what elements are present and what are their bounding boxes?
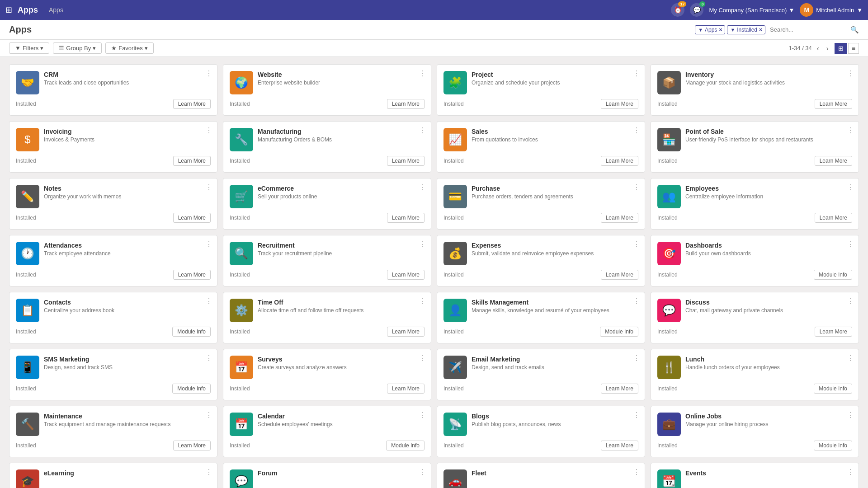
app-more-menu-employees[interactable]: ⋮: [847, 183, 854, 192]
search-button[interactable]: 🔍: [850, 26, 859, 34]
app-card-footer: Installed Learn More: [230, 156, 425, 166]
list-view-button[interactable]: ≡: [848, 43, 859, 54]
filter-installed-remove[interactable]: ×: [759, 27, 762, 33]
app-btn-notes[interactable]: Learn More: [173, 213, 211, 223]
app-more-menu-manufacturing[interactable]: ⋮: [419, 126, 426, 135]
app-more-menu-inventory[interactable]: ⋮: [847, 69, 854, 78]
app-more-menu-discuss[interactable]: ⋮: [847, 297, 854, 305]
app-info: Skills Management Manage skills, knowled…: [472, 299, 638, 314]
app-more-menu-pos[interactable]: ⋮: [847, 126, 854, 135]
app-card-discuss: ⋮ 💬 Discuss Chat, mail gateway and priva…: [651, 292, 859, 343]
app-more-menu-elearning[interactable]: ⋮: [205, 468, 212, 476]
app-card-header: 📈 Sales From quotations to invoices: [443, 128, 638, 151]
app-btn-discuss[interactable]: Learn More: [815, 327, 852, 337]
app-more-menu-surveys[interactable]: ⋮: [419, 354, 426, 362]
app-more-menu-emailmarketing[interactable]: ⋮: [633, 354, 640, 362]
messages-icon[interactable]: 💬3: [690, 3, 703, 17]
app-name-lunch: Lunch: [685, 356, 852, 363]
app-more-menu-ecommerce[interactable]: ⋮: [419, 183, 426, 192]
app-more-menu-calendar[interactable]: ⋮: [419, 411, 426, 419]
app-btn-maintenance[interactable]: Learn More: [173, 441, 211, 450]
home-icon[interactable]: ⊞: [5, 5, 12, 15]
app-btn-calendar[interactable]: Module Info: [386, 441, 425, 450]
app-btn-sales[interactable]: Learn More: [601, 156, 638, 166]
app-more-menu-forum[interactable]: ⋮: [419, 468, 426, 476]
app-more-menu-sales[interactable]: ⋮: [633, 126, 640, 135]
app-btn-invoicing[interactable]: Learn More: [173, 156, 211, 166]
app-info: Online Jobs Manage your online hiring pr…: [685, 413, 852, 428]
app-more-menu-attendances[interactable]: ⋮: [205, 240, 212, 249]
app-btn-lunch[interactable]: Module Info: [814, 384, 852, 394]
app-desc-purchase: Purchase orders, tenders and agreements: [472, 193, 638, 201]
app-card-expenses: ⋮ 💰 Expenses Submit, validate and reinvo…: [437, 235, 645, 286]
app-card-blogs: ⋮ 📡 Blogs Publish blog posts, announces,…: [437, 406, 645, 457]
app-btn-project[interactable]: Learn More: [601, 99, 638, 109]
app-more-menu-onlinejobs[interactable]: ⋮: [847, 411, 854, 419]
app-more-menu-fleet[interactable]: ⋮: [633, 468, 640, 476]
app-btn-expenses[interactable]: Learn More: [601, 270, 638, 280]
app-btn-manufacturing[interactable]: Learn More: [387, 156, 425, 166]
company-selector[interactable]: My Company (San Francisco) ▼: [709, 7, 794, 14]
app-info: Point of Sale User-friendly PoS interfac…: [685, 128, 852, 144]
app-more-menu-smsmarketing[interactable]: ⋮: [205, 354, 212, 362]
app-name-events: Events: [685, 469, 852, 477]
app-more-menu-website[interactable]: ⋮: [419, 69, 426, 78]
app-card-skills: ⋮ 👤 Skills Management Manage skills, kno…: [437, 292, 645, 343]
app-btn-onlinejobs[interactable]: Module Info: [814, 441, 852, 450]
app-more-menu-events[interactable]: ⋮: [847, 468, 854, 476]
app-btn-employees[interactable]: Learn More: [815, 213, 852, 223]
app-btn-blogs[interactable]: Learn More: [601, 441, 638, 450]
app-more-menu-invoicing[interactable]: ⋮: [205, 126, 212, 135]
filter-apps-remove[interactable]: ×: [719, 27, 722, 33]
grid-view-button[interactable]: ⊞: [835, 43, 847, 54]
app-more-menu-crm[interactable]: ⋮: [205, 69, 212, 78]
app-btn-skills[interactable]: Module Info: [600, 327, 638, 337]
app-more-menu-maintenance[interactable]: ⋮: [205, 411, 212, 419]
app-more-menu-expenses[interactable]: ⋮: [633, 240, 640, 249]
app-info: SMS Marketing Design, send and track SMS: [44, 356, 211, 371]
app-btn-timeoff[interactable]: Learn More: [387, 327, 425, 337]
app-more-menu-purchase[interactable]: ⋮: [633, 183, 640, 192]
app-btn-purchase[interactable]: Learn More: [601, 213, 638, 223]
next-page-button[interactable]: ›: [824, 43, 831, 53]
prev-page-button[interactable]: ‹: [815, 43, 821, 53]
filter-tag-installed[interactable]: ▼ Installed ×: [727, 25, 765, 34]
app-btn-website[interactable]: Learn More: [387, 99, 425, 109]
app-icon-invoicing: $: [16, 128, 39, 151]
app-btn-dashboards[interactable]: Module Info: [814, 270, 852, 280]
app-more-menu-notes[interactable]: ⋮: [205, 183, 212, 192]
app-more-menu-skills[interactable]: ⋮: [633, 297, 640, 305]
app-btn-inventory[interactable]: Learn More: [815, 99, 852, 109]
app-more-menu-blogs[interactable]: ⋮: [633, 411, 640, 419]
app-name-contacts: Contacts: [44, 299, 211, 306]
app-btn-surveys[interactable]: Learn More: [387, 384, 425, 394]
app-desc-maintenance: Track equipment and manage maintenance r…: [44, 421, 211, 428]
app-btn-emailmarketing[interactable]: Learn More: [601, 384, 638, 394]
favorites-button[interactable]: ★ Favorites ▾: [105, 42, 153, 54]
breadcrumb: Apps: [49, 6, 63, 14]
app-info: Events: [685, 469, 852, 478]
filters-button[interactable]: ▼ Filters ▾: [9, 42, 49, 54]
app-btn-pos[interactable]: Learn More: [815, 156, 852, 166]
user-menu[interactable]: M Mitchell Admin ▼: [800, 3, 863, 17]
notifications-icon[interactable]: ⏰17: [671, 3, 684, 17]
app-btn-recruitment[interactable]: Learn More: [387, 270, 425, 280]
app-more-menu-dashboards[interactable]: ⋮: [847, 240, 854, 249]
app-more-menu-contacts[interactable]: ⋮: [205, 297, 212, 305]
app-icon-notes: ✏️: [16, 185, 39, 208]
app-desc-blogs: Publish blog posts, announces, news: [472, 421, 638, 428]
app-btn-ecommerce[interactable]: Learn More: [387, 213, 425, 223]
filter-tag-apps[interactable]: ▼ Apps ×: [695, 25, 725, 34]
app-info: eCommerce Sell your products online: [258, 185, 425, 201]
app-btn-crm[interactable]: Learn More: [173, 99, 211, 109]
groupby-button[interactable]: ☰ Group By ▾: [53, 42, 102, 54]
app-more-menu-recruitment[interactable]: ⋮: [419, 240, 426, 249]
app-btn-smsmarketing[interactable]: Module Info: [172, 384, 211, 394]
app-more-menu-timeoff[interactable]: ⋮: [419, 297, 426, 305]
app-btn-attendances[interactable]: Learn More: [173, 270, 211, 280]
app-more-menu-project[interactable]: ⋮: [633, 69, 640, 78]
search-input[interactable]: [768, 25, 848, 34]
app-btn-contacts[interactable]: Module Info: [172, 327, 211, 337]
user-chevron-icon: ▼: [857, 7, 863, 14]
app-more-menu-lunch[interactable]: ⋮: [847, 354, 854, 362]
